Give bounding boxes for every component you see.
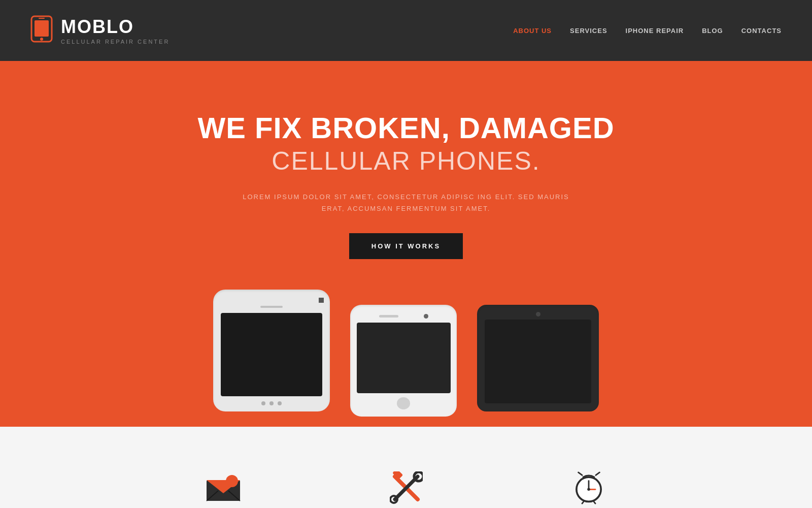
wrench-icon-container xyxy=(386,467,426,508)
svg-rect-1 xyxy=(35,20,49,37)
phone-mockup-right xyxy=(477,305,599,411)
screen-center xyxy=(357,323,451,394)
email-icon xyxy=(206,474,241,502)
site-header: MOBLO CELLULAR REPAIR CENTER ABOUT US SE… xyxy=(0,0,812,61)
logo-phone-icon xyxy=(30,15,53,46)
svg-line-22 xyxy=(582,501,584,503)
phone-mockup-center xyxy=(350,305,457,417)
feature-email: E-MAIL xyxy=(132,467,315,508)
nav-blog[interactable]: BLOG xyxy=(702,27,723,35)
svg-point-2 xyxy=(40,38,43,41)
logo-title: MOBLO xyxy=(61,16,170,38)
nav-about-us[interactable]: ABOUT US xyxy=(513,27,552,35)
phone-body-left xyxy=(213,290,330,411)
speaker-left xyxy=(260,306,283,308)
wrench-screwdriver-icon xyxy=(390,471,423,504)
logo-subtitle: CELLULAR REPAIR CENTER xyxy=(61,39,170,45)
svg-rect-3 xyxy=(39,18,45,19)
logo-text: MOBLO CELLULAR REPAIR CENTER xyxy=(61,16,170,45)
clock-icon-container xyxy=(568,467,609,508)
phones-display xyxy=(0,290,812,411)
nav-services[interactable]: SERVICES xyxy=(570,27,607,35)
hero-description: LOREM IPSUM DOLOR SIT AMET, CONSECTETUR … xyxy=(243,191,569,215)
hero-subline: CELLULAR PHONES. xyxy=(272,146,540,176)
phone-mockup-left xyxy=(213,290,330,411)
svg-line-16 xyxy=(595,472,599,475)
hero-headline: WE FIX BROKEN, DAMAGED xyxy=(197,112,614,144)
speaker-center xyxy=(379,315,398,318)
feature-walkin: WALK-IN xyxy=(315,467,497,508)
svg-rect-9 xyxy=(228,477,236,485)
camera-center xyxy=(424,314,428,319)
svg-point-21 xyxy=(587,488,590,491)
nav-dots-left xyxy=(261,401,282,405)
nav-contacts[interactable]: CONTACTS xyxy=(741,27,782,35)
feature-10min: 10 MINUTES xyxy=(497,467,680,508)
clock-icon xyxy=(572,471,605,504)
svg-line-15 xyxy=(578,472,582,475)
screen-right xyxy=(485,320,591,403)
phone-body-center xyxy=(350,305,457,417)
logo: MOBLO CELLULAR REPAIR CENTER xyxy=(30,15,170,46)
svg-line-23 xyxy=(593,501,595,503)
features-section: E-MAIL WALK-IN xyxy=(0,427,812,508)
nav-iphone-repair[interactable]: IPHONE REPAIR xyxy=(626,27,684,35)
how-it-works-button[interactable]: HOW IT WORKS xyxy=(349,233,463,259)
email-icon-container xyxy=(203,467,244,508)
main-nav: ABOUT US SERVICES IPHONE REPAIR BLOG CON… xyxy=(513,27,782,35)
camera-right xyxy=(536,312,540,316)
camera-icon-left xyxy=(319,298,324,303)
phone-body-right xyxy=(477,305,599,411)
hero-section: WE FIX BROKEN, DAMAGED CELLULAR PHONES. … xyxy=(0,61,812,427)
screen-left xyxy=(221,313,322,396)
phone-top-right xyxy=(536,312,540,316)
home-button-center xyxy=(397,397,410,409)
phone-top-center xyxy=(379,314,428,319)
